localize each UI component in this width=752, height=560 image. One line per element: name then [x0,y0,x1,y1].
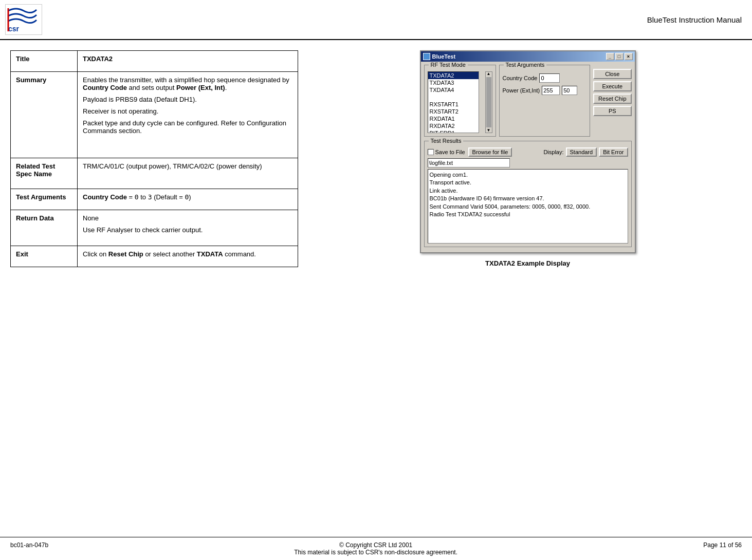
list-item[interactable]: RXDATA2 [428,122,479,129]
log-line: BC01b (Hardware ID 64) firmware version … [430,195,626,202]
title-value: TXDATA2 [83,55,113,63]
main-content: Title TXDATA2 Summary Enables the transm… [0,40,752,267]
label-text: Related Test Spec Name [16,162,55,178]
label-summary: Summary [11,71,78,158]
browse-for-file-button[interactable]: Browse for file [468,147,512,157]
label-text: Title [16,55,30,63]
list-item[interactable]: RXDATA1 [428,115,479,122]
window-caption: TXDATA2 Example Display [485,259,570,267]
label-return: Return Data [11,210,78,246]
results-log: Opening com1. Transport active. Link act… [428,169,628,244]
summary-para-2: Payload is PRBS9 data (Default DH1). [83,96,292,103]
label-text: Exit [16,250,28,258]
copyright-line: © Copyright CSR Ltd 2001 [48,542,703,549]
return-para-2: Use RF Analyser to check carrier output. [83,226,292,234]
window-titlebar: BlueTest _ □ × [421,51,635,62]
power-input-2[interactable] [562,86,577,95]
results-toolbar: Save to File Browse for file Display: St… [428,147,628,157]
table-row: Exit Click on Reset Chip or select anoth… [11,246,298,267]
label-text: Return Data [16,214,54,222]
execute-button[interactable]: Execute [593,81,631,91]
svg-text:csr: csr [8,25,20,33]
test-results-label: Test Results [429,138,464,144]
page-header: csr BlueTest Instruction Manual [0,0,752,40]
save-to-file-checkbox-area: Save to File [428,149,465,155]
content-summary: Enables the transmitter, with a simplifi… [78,71,298,158]
test-arguments-label: Test Arguments [504,62,547,68]
log-line: Radio Test TXDATA2 successful [430,211,626,218]
list-item[interactable]: RXSTART2 [428,108,479,115]
standard-display-button[interactable]: Standard [566,147,597,157]
table-row: Related Test Spec Name TRM/CA/01/C (outp… [11,158,298,189]
list-item[interactable]: TXDATA3 [428,79,479,86]
logo-area: csr [5,4,42,35]
display-area: Display: Standard Bit Error [543,147,628,157]
footer-left: bc01-an-047b [10,542,48,556]
content-test-args: Country Code = 0 to 3 (Default = 0) [78,189,298,210]
country-code-input[interactable] [539,73,560,83]
label-text: Test Arguments [16,193,66,201]
rf-test-mode-label: RF Test Mode [429,62,468,68]
disclosure-line: This material is subject to CSR's non-di… [48,549,703,556]
footer-right: Page 11 of 56 [703,542,742,556]
country-code-row: Country Code [503,73,587,83]
content-related: TRM/CA/01/C (output power), TRM/CA/02/C … [78,158,298,189]
ps-button[interactable]: PS [593,106,631,116]
file-path-area [428,158,628,167]
close-button[interactable]: × [625,53,633,60]
power-row: Power (Ext,Int) [503,86,587,95]
test-args-value: Country Code = 0 to 3 (Default = 0) [83,193,191,201]
related-value: TRM/CA/01/C (output power), TRM/CA/02/C … [83,162,262,170]
list-item[interactable]: TXDATA2 [428,72,479,79]
label-exit: Exit [11,246,78,267]
titlebar-left: BlueTest [423,53,456,60]
list-scrollbar[interactable]: ▲ ▼ [485,71,492,133]
minimize-button[interactable]: _ [606,53,614,60]
close-button[interactable]: Close [593,69,631,79]
test-results-group: Test Results Save to File Browse for fil… [424,141,632,247]
label-title: Title [11,51,78,72]
summary-para-4: Packet type and duty cycle can be config… [83,119,292,135]
log-line: Opening com1. [430,171,626,179]
action-buttons: Close Execute Reset Chip PS [593,65,631,139]
save-to-file-checkbox[interactable] [428,149,434,155]
log-line: Link active. [430,187,626,195]
log-line: Sent Command Varid 5004, parameters: 000… [430,203,626,211]
document-title: BlueTest Instruction Manual [647,15,742,24]
window-title: BlueTest [432,53,456,60]
table-row: Return Data None Use RF Analyser to chec… [11,210,298,246]
label-test-args: Test Arguments [11,189,78,210]
label-related: Related Test Spec Name [11,158,78,189]
power-input-1[interactable] [542,86,560,95]
bit-error-button[interactable]: Bit Error [599,147,628,157]
list-item[interactable]: TXDATA4 [428,86,479,94]
page-footer: bc01-an-047b © Copyright CSR Ltd 2001 Th… [0,537,752,560]
content-title: TXDATA2 [78,51,298,72]
label-text: Summary [16,76,46,84]
rf-list[interactable]: TXDATA2 TXDATA3 TXDATA4 RXSTART1 RXSTART… [428,71,479,133]
table-row: Summary Enables the transmitter, with a … [11,71,298,158]
display-label: Display: [543,149,563,155]
maximize-button[interactable]: □ [615,53,623,60]
summary-para-3: Receiver is not operating. [83,107,292,115]
content-return: None Use RF Analyser to check carrier ou… [78,210,298,246]
file-path-input[interactable] [428,158,510,167]
test-arguments-group: Test Arguments Country Code Power (Ext,I… [499,65,591,137]
table-row: Title TXDATA2 [11,51,298,72]
doc-table: Title TXDATA2 Summary Enables the transm… [10,50,298,267]
window-controls[interactable]: _ □ × [606,53,633,60]
rf-test-mode-group: RF Test Mode TXDATA2 TXDATA3 TXDATA4 RXS… [424,65,496,137]
summary-para-1: Enables the transmitter, with a simplifi… [83,76,292,91]
window-body: RF Test Mode TXDATA2 TXDATA3 TXDATA4 RXS… [421,62,635,252]
reset-chip-button[interactable]: Reset Chip [593,94,631,104]
list-item[interactable]: BIT ERR1 [428,129,479,133]
content-exit: Click on Reset Chip or select another TX… [78,246,298,267]
bluetest-window: BlueTest _ □ × RF Test Mode [420,50,636,253]
footer-center: © Copyright CSR Ltd 2001 This material i… [48,542,703,556]
country-code-label: Country Code [503,75,538,81]
list-item [428,94,479,101]
list-item[interactable]: RXSTART1 [428,101,479,108]
power-label: Power (Ext,Int) [503,87,540,94]
log-line: Transport active. [430,179,626,186]
return-para-1: None [83,214,292,222]
